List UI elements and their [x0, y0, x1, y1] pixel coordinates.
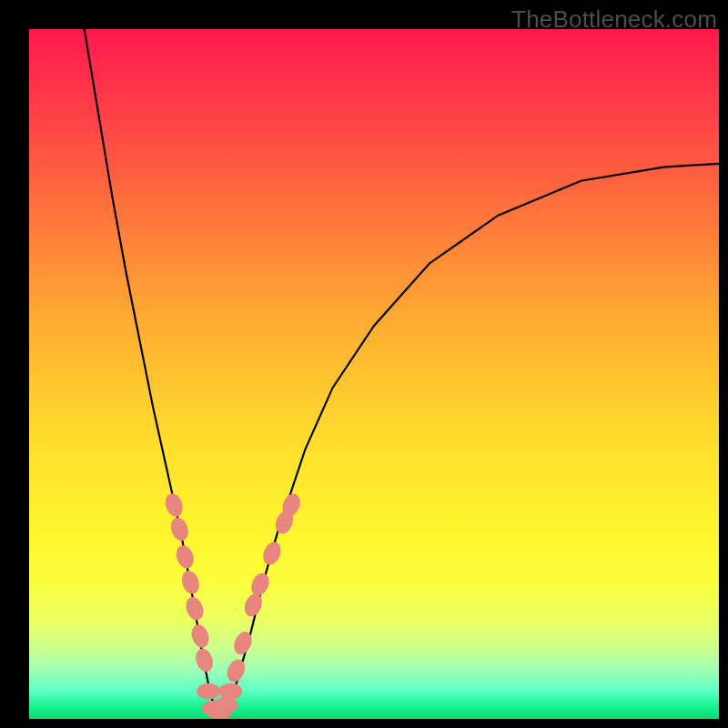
data-point [193, 646, 216, 673]
data-point [241, 592, 265, 620]
data-point [197, 683, 220, 700]
bottleneck-curve [85, 29, 719, 719]
data-point [224, 657, 248, 685]
data-point [174, 543, 197, 571]
data-markers [163, 491, 304, 719]
data-point [248, 571, 272, 599]
data-point [260, 540, 284, 568]
data-point [163, 491, 186, 519]
data-point [214, 697, 238, 713]
data-point [179, 569, 202, 596]
data-point [218, 683, 242, 700]
data-point [168, 515, 191, 542]
data-point [183, 595, 206, 622]
plot-area [29, 29, 719, 719]
chart-svg [29, 29, 719, 719]
chart-frame: TheBottleneck.com [0, 0, 728, 728]
data-point [188, 622, 211, 650]
